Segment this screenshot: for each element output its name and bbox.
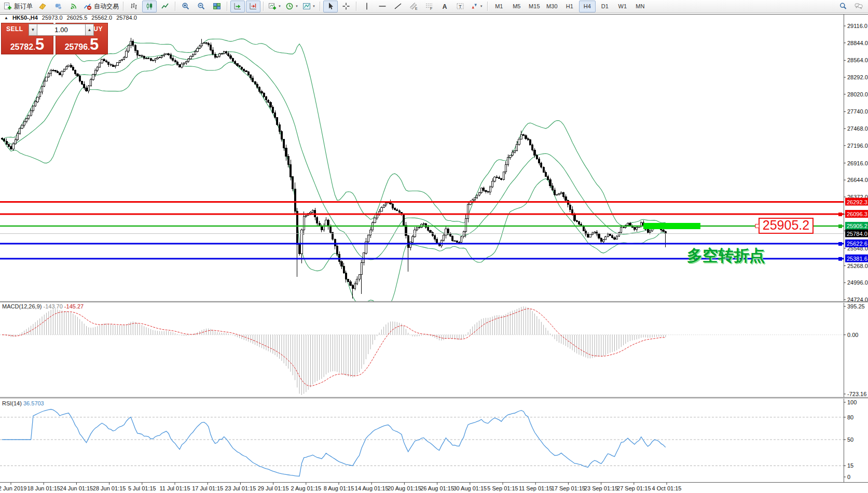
annotation-text[interactable]: 多空转折点 多空转折点 [687,247,766,265]
autotrading-button[interactable]: 自动交易 [82,1,120,12]
tf-m5-button[interactable]: M5 [508,1,525,12]
ohlc-close: 25784.0 [116,15,137,21]
arrows-button[interactable]: ▼ [469,1,485,12]
text-button[interactable]: A [437,1,452,12]
tf-m1-button[interactable]: M1 [491,1,507,12]
templates-button[interactable]: ▼ [301,1,317,12]
cursor-button[interactable] [323,1,338,12]
svg-text:24724.0: 24724.0 [847,297,868,303]
dropdown-arrow-icon[interactable]: ▼ [278,5,281,8]
svg-text:15: 15 [847,462,853,469]
chart-shift-button[interactable] [246,1,260,12]
new-order-button[interactable]: 新订单 [2,1,34,12]
tile-windows-button[interactable] [210,1,224,12]
toolbar-separator [356,2,357,11]
metaeditor-button[interactable] [35,1,50,12]
svg-text:28844.0: 28844.0 [847,40,868,46]
collapse-panel-icon[interactable]: ▲ [4,16,8,20]
equidistant-channel-button[interactable]: E [406,1,421,12]
tf-w1-button[interactable]: W1 [614,1,631,12]
tf-mn-button[interactable]: MN [632,1,649,12]
new-order-icon [4,2,12,10]
dropdown-arrow-icon[interactable]: ▼ [312,5,315,8]
line-chart-button[interactable] [158,1,172,12]
horizontal-line-button[interactable] [375,1,390,12]
crosshair-button[interactable] [339,1,353,12]
trendline-button[interactable] [391,1,405,12]
ohlc-high: 26025.5 [67,15,88,21]
hline-support-upper-handle[interactable] [838,242,842,246]
macd-indicator-label: MACD(12,26,9) -143.70 -145.27 [2,303,84,309]
bar-chart-button[interactable] [127,1,141,12]
new-chart-icon [268,2,277,10]
svg-text:395.25: 395.25 [847,303,865,309]
new-order-label: 新订单 [14,2,33,11]
tf-d1-button[interactable]: D1 [597,1,613,12]
new-chart-button[interactable]: ▼ [267,1,283,12]
periods-button[interactable]: ▼ [284,1,300,12]
search-button[interactable] [836,1,850,12]
search-icon [839,2,847,10]
macd-pane-splitter[interactable] [0,302,868,303]
mt4-window: 多空转折点 多空转折点 25905.2MACD(12,26,9) -143.70… [0,0,868,493]
price-badge-resistance-upper: 26292.3 [845,198,868,206]
rsi-pane-splitter[interactable] [0,398,868,399]
sell-label: SELL [6,25,23,33]
svg-text:18 Jun 01:15: 18 Jun 01:15 [27,485,60,491]
text-label-button[interactable]: T [453,1,467,12]
svg-text:-723.16: -723.16 [847,391,866,397]
volume-input[interactable]: 1.00 [37,24,85,36]
volume-control: ▼ 1.00 ▲ [29,24,94,36]
svg-text:24996.0: 24996.0 [847,279,868,286]
zoom-out-button[interactable] [194,1,209,12]
volume-increase-button[interactable]: ▲ [85,24,94,36]
rsi-indicator-label: RSI(14) 36.5703 [2,400,44,406]
fibonacci-button[interactable]: F [422,1,436,12]
svg-text:28020.0: 28020.0 [847,91,868,97]
volume-decrease-button[interactable]: ▼ [29,24,37,36]
toolbar-separator [227,2,228,11]
svg-text:0: 0 [847,474,850,480]
toolbar-separator [487,2,488,11]
zoom-in-button[interactable] [178,1,193,12]
tf-h4-button[interactable]: H4 [579,1,596,12]
toolbar-group [230,0,261,12]
svg-text:多空转折点: 多空转折点 [687,247,765,264]
chart-canvas[interactable]: 多空转折点 多空转折点 25905.2MACD(12,26,9) -143.70… [0,0,868,493]
toolbar-separator [175,2,176,11]
tf-m30-label: M30 [546,3,557,9]
toolbar-separator [123,2,124,11]
hosting-button[interactable] [51,1,65,12]
tf-h1-button[interactable]: H1 [561,1,578,12]
dropdown-arrow-icon[interactable]: ▼ [480,5,483,8]
zoom-in-icon [182,2,190,10]
auto-scroll-button[interactable] [230,1,245,12]
hline-support-lower-handle[interactable] [838,257,842,261]
svg-text:23 Sep 01:15: 23 Sep 01:15 [584,485,618,491]
tf-m30-button[interactable]: M30 [544,1,560,12]
vertical-line-button[interactable] [360,1,374,12]
tf-mn-label: MN [636,3,644,9]
svg-text:8 Aug 01:15: 8 Aug 01:15 [324,485,354,491]
vertical-line-icon [363,2,371,10]
dropdown-arrow-icon[interactable]: ▼ [295,5,298,8]
svg-text:27468.0: 27468.0 [847,125,868,132]
highlight-trend-bar[interactable] [643,223,700,229]
svg-text:26 Aug 01:15: 26 Aug 01:15 [420,485,454,491]
candlestick-chart-button[interactable] [142,1,157,12]
svg-text:26644.0: 26644.0 [847,177,868,183]
svg-text:23 Jul 01:15: 23 Jul 01:15 [225,485,256,491]
hline-pivot-green-handle[interactable] [838,224,842,228]
tf-m15-button[interactable]: M15 [526,1,543,12]
chat-button[interactable] [851,1,866,12]
price-callout-label[interactable]: 25905.2 [755,218,813,233]
svg-text:5 Jul 01:15: 5 Jul 01:15 [128,485,156,491]
svg-text:4 Oct 01:15: 4 Oct 01:15 [652,485,682,491]
price-badge-support-upper: 25622.6 [845,240,868,247]
toolbar-group: M1M5M15M30H1H4D1W1MN [490,0,649,12]
svg-text:A: A [443,3,447,10]
tile-windows-icon [213,2,221,10]
signals-button[interactable] [66,1,81,12]
toolbar-right-group [835,1,866,12]
hline-resistance-lower-handle[interactable] [838,213,842,216]
